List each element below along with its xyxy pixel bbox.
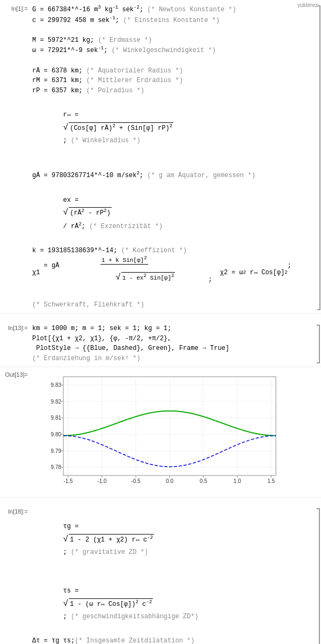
code-line: χ1 = gÄ 1 + k Sin[φ]2 √ 1 - ex2 Sin[φ]2 … xyxy=(32,255,311,290)
code-line: rP = 6357 km; (* Polradius *) xyxy=(32,86,311,96)
code-line: c = 299792 458 m sek-1; (* Einsteins Kon… xyxy=(32,15,311,26)
cell-out13: Out[13]= xyxy=(0,368,321,497)
code-line: ex = √ (rÄ2 - rP2) / rÄ2; (* Exzentrizit… xyxy=(32,181,311,246)
cell-in18-bracket xyxy=(313,505,321,644)
code-line: km = 1000 m; m = 1; sek = 1; kg = 1; xyxy=(32,324,310,334)
code-line: G = 667384*^-16 m3 kg-1 sek-2; (* Newton… xyxy=(32,4,311,15)
plot1-canvas xyxy=(32,370,284,494)
code-line: Δτ = τg τs;(* Insgesamte Zeitdilatation … xyxy=(32,636,310,644)
code-line: M = 5972*^21 kg; (* Erdmasse *) xyxy=(32,35,311,46)
code-line: (* Schwerkraft, Fliehkraft *) xyxy=(32,300,311,310)
code-line xyxy=(32,25,311,35)
code-line: gÄ = 97803267714*^-10 m/sek2; (* g am Äq… xyxy=(32,170,311,181)
page-container: yukterez In[1]:= G = 667384*^-16 m3 kg-1… xyxy=(0,0,321,644)
cell-in13-bracket xyxy=(313,321,321,367)
code-line: Plot[{χ1 + χ2, χ1}, {φ, -π/2, +π/2}, xyxy=(32,334,310,344)
code-line xyxy=(32,160,311,170)
cell-in1-content: G = 667384*^-16 m3 kg-1 sek-2; (* Newton… xyxy=(30,2,314,313)
cell-in18: In[18]:= τg = √ 1 - 2 (χ1 + χ2) r⟗ c-2 ;… xyxy=(0,505,321,644)
cell-in1-bracket xyxy=(314,2,321,313)
cell-in1-label: In[1]:= xyxy=(0,2,30,313)
code-line: rÄ = 6378 km; (* Äquatorialer Radius *) xyxy=(32,66,311,76)
code-line: ω = 72921*^-9 sek-1; (* Winkelgeschwindi… xyxy=(32,45,311,56)
cell-out13-content xyxy=(30,368,313,497)
code-line: r⟗ = √ (Cos[φ] rÄ)2 + (Sin[φ] rP)2 ; (* … xyxy=(32,96,311,160)
cell-in13: In[13]:= km = 1000 m; m = 1; sek = 1; kg… xyxy=(0,321,321,367)
code-line: k = 193185138639*^-14; (* Koeffizient *) xyxy=(32,246,311,256)
code-line: τg = √ 1 - 2 (χ1 + χ2) r⟗ c-2 ; (* gravi… xyxy=(32,507,310,572)
code-line xyxy=(32,56,311,66)
separator xyxy=(0,499,321,505)
cell-in18-label: In[18]:= xyxy=(0,505,30,644)
cell-in13-content: km = 1000 m; m = 1; sek = 1; kg = 1; Plo… xyxy=(30,321,313,367)
cell-out13-label: Out[13]= xyxy=(0,368,30,378)
code-line: rM = 6371 km; (* Mittlerer Erdradius *) xyxy=(32,76,311,86)
code-line xyxy=(32,290,311,301)
code-line: PlotStyle → {{Blue, Dashed}, Green}, Fra… xyxy=(32,343,310,354)
cell-in1: In[1]:= G = 667384*^-16 m3 kg-1 sek-2; (… xyxy=(0,2,321,314)
cell-in18-content: τg = √ 1 - 2 (χ1 + χ2) r⟗ c-2 ; (* gravi… xyxy=(30,505,313,644)
code-line: τs = √ 1 - (ω r⟗ Cos[φ])2 c-2 ; (* gesch… xyxy=(32,572,310,636)
code-line: (* Erdanziehung in m/sek² *) xyxy=(32,354,310,364)
separator xyxy=(0,315,321,321)
cell-in13-label: In[13]:= xyxy=(0,321,30,367)
